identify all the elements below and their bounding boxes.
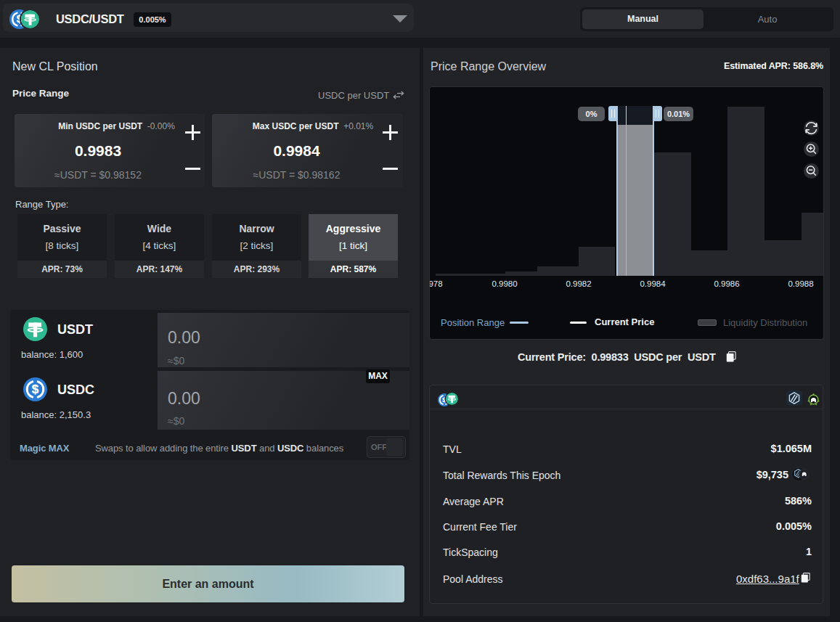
svg-text:$: $ <box>32 382 39 396</box>
